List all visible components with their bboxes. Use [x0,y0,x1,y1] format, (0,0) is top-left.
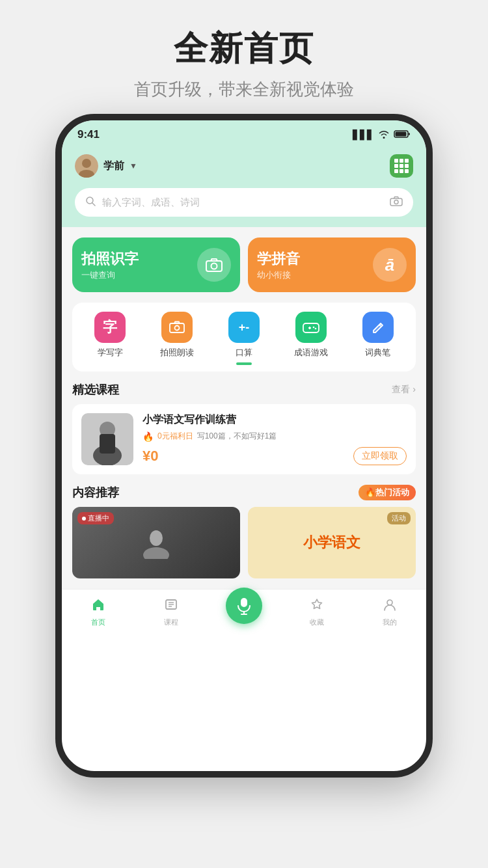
svg-point-31 [387,600,392,605]
app-header: 学前 ▼ [62,149,426,188]
battery-icon [394,129,411,141]
feature-icon-photo-read [161,312,193,343]
svg-rect-9 [206,261,222,271]
live-dot [82,517,86,521]
dropdown-arrow-icon: ▼ [129,161,137,170]
calendar-button[interactable] [390,154,413,178]
scroll-indicator [236,362,252,365]
activity-badge: 活动 [387,512,411,524]
search-bar[interactable]: 输入字词、成语、诗词 [75,188,413,217]
content-text-card[interactable]: 小学语文 活动 [248,507,416,578]
svg-point-23 [143,547,169,559]
tab-courses-label: 课程 [164,617,178,627]
tab-favorites[interactable]: 收藏 [297,597,336,627]
status-time: 9:41 [77,128,100,141]
signal-icon: ▋▋▋ [353,129,374,140]
pinyin-button-text: 学拼音 幼小衔接 [257,249,300,281]
course-claim-button[interactable]: 立即领取 [353,447,407,465]
top-header: 全新首页 首页升级，带来全新视觉体验 [0,0,488,114]
tab-home-label: 首页 [91,617,105,627]
course-tag-row: 🔥 0元福利日 写100篇，不如写好1篇 [142,431,407,442]
favorites-icon [310,597,324,616]
live-badge: 直播中 [77,512,114,524]
user-info[interactable]: 学前 ▼ [75,154,137,178]
main-content: 拍照识字 一键查询 学拼音 幼小衔接 ā [62,227,426,589]
photo-button-icon [197,248,231,282]
fire-icon: 🔥 [142,431,154,442]
svg-point-10 [211,264,217,269]
home-icon [91,597,105,616]
avatar [75,154,98,178]
svg-rect-11 [170,323,184,332]
course-card[interactable]: 小学语文写作训练营 🔥 0元福利日 写100篇，不如写好1篇 ¥0 立即领取 [72,404,416,474]
pinyin-button[interactable]: 学拼音 幼小衔接 ā [248,237,416,292]
photo-button-text: 拍照识字 一键查询 [81,249,139,281]
courses-header: 精选课程 查看 › [72,382,416,398]
content-card-label: 小学语文 [303,533,360,552]
tab-bar: 首页 课程 [62,589,426,634]
course-bottom: ¥0 立即领取 [142,447,407,465]
feature-label-game: 成语游戏 [294,347,328,359]
status-bar: 9:41 ▋▋▋ [62,120,426,149]
user-label: 学前 [103,159,124,173]
content-header: 内容推荐 🔥热门活动 [72,485,416,500]
feature-item-calc[interactable]: +- 口算 [228,312,260,359]
photo-recognition-button[interactable]: 拍照识字 一键查询 [72,237,240,292]
courses-icon [164,597,178,616]
page-main-title: 全新首页 [0,26,488,72]
live-text: 直播中 [88,513,109,523]
hot-badge[interactable]: 🔥热门活动 [359,485,416,500]
tab-profile[interactable]: 我的 [370,597,409,627]
course-title: 小学语文写作训练营 [142,413,407,427]
quick-features: 字 学写字 拍照朗读 +- [72,303,416,372]
big-buttons: 拍照识字 一键查询 学拼音 幼小衔接 ā [72,237,416,292]
courses-more[interactable]: 查看 › [392,384,416,396]
feature-icon-write: 字 [94,312,126,343]
tab-courses[interactable]: 课程 [152,597,191,627]
feature-item-game[interactable]: 成语游戏 [294,312,328,359]
profile-icon [383,597,397,616]
svg-rect-7 [390,198,402,206]
course-info: 小学语文写作训练营 🔥 0元福利日 写100篇，不如写好1篇 ¥0 立即领取 [142,413,407,465]
status-icons: ▋▋▋ [353,129,411,141]
svg-point-22 [150,530,163,546]
feature-icon-game [295,312,327,343]
feature-label-photo-read: 拍照朗读 [160,347,194,359]
tab-favorites-label: 收藏 [310,617,324,627]
courses-section: 精选课程 查看 › 小学语文写作训练营 🔥 0元福利日 [72,382,416,474]
feature-label-write: 学写字 [98,347,123,359]
feature-item-pen[interactable]: 词典笔 [362,312,394,359]
svg-point-16 [312,327,314,329]
feature-item-write[interactable]: 字 学写字 [94,312,126,359]
svg-point-8 [394,200,398,204]
live-card[interactable]: 直播中 [72,507,240,578]
tab-home[interactable]: 首页 [79,597,118,627]
course-thumbnail [81,413,133,465]
svg-line-6 [92,203,95,206]
mic-fab-button[interactable] [226,588,262,624]
search-icon [85,196,96,209]
wifi-icon [378,129,390,141]
feature-item-photo-read[interactable]: 拍照朗读 [160,312,194,359]
course-price: ¥0 [142,448,158,465]
tab-profile-label: 我的 [383,617,397,627]
search-placeholder: 输入字词、成语、诗词 [102,197,383,209]
svg-rect-21 [100,434,115,454]
tab-mic[interactable] [224,601,264,624]
course-tag: 0元福利日 [157,431,193,442]
courses-title: 精选课程 [72,382,119,398]
pinyin-main-text: 学拼音 [257,249,300,269]
phone-shell: 9:41 ▋▋▋ [55,114,433,778]
page-subtitle: 首页升级，带来全新视觉体验 [0,78,488,101]
photo-main-text: 拍照识字 [81,249,139,269]
svg-point-17 [314,328,316,330]
camera-icon[interactable] [390,196,403,210]
feature-icon-pen [362,312,394,343]
feature-icon-calc: +- [228,312,260,343]
content-cards: 直播中 小学语文 活动 [72,507,416,578]
svg-rect-1 [396,131,407,136]
search-section: 输入字词、成语、诗词 [62,188,426,227]
pinyin-button-icon: ā [373,248,407,282]
svg-rect-28 [241,598,247,607]
course-desc: 写100篇，不如写好1篇 [197,431,277,442]
